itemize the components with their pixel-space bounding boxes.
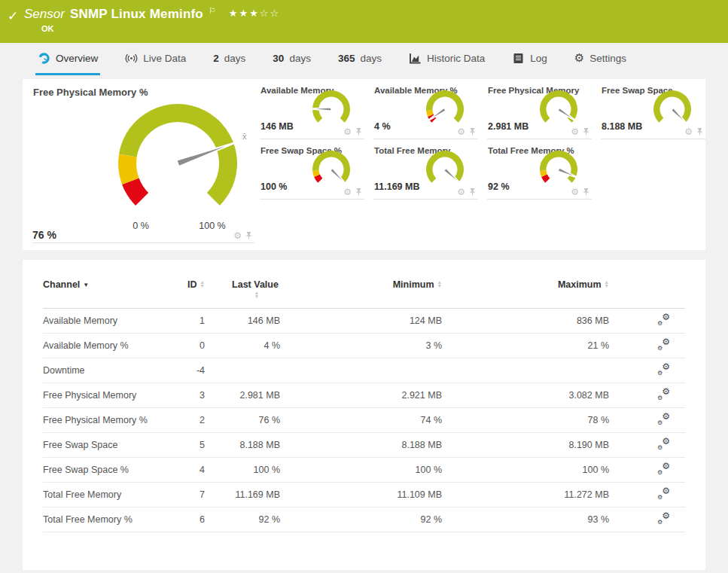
gear-icon[interactable]: ⚙ <box>233 231 242 240</box>
gauge-cell-icons: ⚙ <box>457 127 477 136</box>
tab-historic-data[interactable]: Historic Data <box>407 43 487 75</box>
sort-icon: ▲▼ <box>437 280 442 288</box>
gauge-needle <box>308 108 331 111</box>
tab-label: days <box>224 53 246 64</box>
gauge-cell-main: Free Physical Memory % 0 %100 %x̄ 76 % ⚙ <box>23 79 257 250</box>
gauge-cell-icons: ⚙ <box>343 187 363 197</box>
status-ok-check-icon: ✓ <box>8 8 18 23</box>
tab-2-days[interactable]: 2days <box>211 43 248 75</box>
sensor-kind-label: Sensor <box>24 7 65 22</box>
tab-365-days[interactable]: 365days <box>336 43 384 75</box>
gear-icon[interactable]: ⚙ <box>684 127 693 136</box>
channel-name: Free Swap Space % <box>43 458 167 483</box>
channel-last-value: 4 % <box>205 334 280 358</box>
column-header-id[interactable]: ID▲▼ <box>167 279 205 309</box>
gear-icon[interactable]: ⚙ <box>571 127 579 136</box>
gauge-zone-green <box>312 90 350 123</box>
gear-icon: ⚙ <box>657 419 663 426</box>
channel-minimum: 124 MB <box>280 309 442 334</box>
channel-maximum: 836 MB <box>442 309 609 334</box>
pin-icon[interactable] <box>245 231 253 240</box>
stars-empty[interactable]: ☆☆ <box>260 8 280 19</box>
gauge-cell-available-memory: Available Memory %4 %⚙ <box>373 79 478 139</box>
table-row-free-physical-memory: Free Physical Memory32.981 MB2.921 MB3.0… <box>43 383 685 408</box>
tab-label: Settings <box>589 53 626 64</box>
gauge-value: 92 % <box>488 181 510 192</box>
column-header-minimum[interactable]: Minimum▲▼ <box>280 279 442 309</box>
gauge-zone-green <box>653 90 691 123</box>
table-row-free-swap-space: Free Swap Space58.188 MB8.188 MB8.190 MB… <box>43 433 685 458</box>
column-header-maximum[interactable]: Maximum▲▼ <box>442 279 609 309</box>
channel-maximum: 3.082 MB <box>442 383 609 408</box>
channel-settings-gears-icon[interactable]: ⚙⚙ <box>657 513 670 524</box>
channel-settings-gears-icon[interactable]: ⚙⚙ <box>657 438 670 450</box>
gauge-cell-available-memory: Available Memory146 MB⚙ <box>260 79 364 139</box>
pin-icon[interactable] <box>355 127 363 136</box>
channel-name: Total Free Memory % <box>43 507 167 532</box>
gauge-value: 100 % <box>260 181 287 192</box>
pin-icon[interactable] <box>696 127 704 136</box>
channel-settings-gears-icon[interactable]: ⚙⚙ <box>657 364 670 375</box>
gear-icon[interactable]: ⚙ <box>343 127 352 136</box>
channel-name: Free Physical Memory % <box>43 408 167 433</box>
tab-overview[interactable]: Overview <box>35 43 100 75</box>
tab-30-days[interactable]: 30days <box>270 43 313 75</box>
gauge-chart <box>307 148 355 192</box>
channel-maximum: 8.190 MB <box>442 433 609 458</box>
priority-stars[interactable]: ★★★☆☆ <box>229 8 280 19</box>
channel-settings-gears-icon[interactable]: ⚙⚙ <box>657 389 670 400</box>
gear-icon[interactable]: ⚙ <box>457 187 465 197</box>
channel-settings-gears-icon[interactable]: ⚙⚙ <box>657 488 670 499</box>
gauge-value: 2.981 MB <box>488 121 528 132</box>
gauge-cell-icons: ⚙ <box>457 187 477 197</box>
channel-id: 3 <box>167 383 205 408</box>
gear-icon[interactable]: ⚙ <box>571 187 579 197</box>
pin-icon[interactable] <box>468 127 477 136</box>
gear-icon: ⚙ <box>662 386 670 397</box>
channel-settings-gears-icon[interactable]: ⚙⚙ <box>657 463 670 474</box>
tab-label-number: 365 <box>338 53 355 64</box>
stars-filled[interactable]: ★★★ <box>229 8 260 19</box>
channel-settings-cell: ⚙⚙ <box>609 458 685 483</box>
channel-settings-cell: ⚙⚙ <box>609 309 685 334</box>
column-header-label: ID <box>187 279 197 290</box>
tab-label: days <box>289 53 311 64</box>
channel-settings-cell: ⚙⚙ <box>609 408 685 433</box>
channel-settings-gears-icon[interactable]: ⚙⚙ <box>657 413 670 425</box>
gauge-cell-icons: ⚙ <box>571 127 590 136</box>
gauge-value: 146 MB <box>260 121 294 132</box>
gear-icon: ⚙ <box>662 411 670 422</box>
channel-settings-gears-icon[interactable]: ⚙⚙ <box>657 339 670 350</box>
gear-icon[interactable]: ⚙ <box>343 187 352 197</box>
column-header-last-value[interactable]: Last Value▲▼ <box>205 279 280 309</box>
pin-icon[interactable] <box>582 127 590 136</box>
table-row-total-free-memory: Total Free Memory %692 %92 %93 %⚙⚙ <box>43 507 685 532</box>
gauge-cell-icons: ⚙ <box>684 127 704 136</box>
chart-icon <box>409 52 422 65</box>
channel-id: 6 <box>167 507 205 532</box>
tab-log[interactable]: Log <box>510 43 550 75</box>
gear-icon: ⚙ <box>657 395 663 401</box>
pin-icon[interactable] <box>468 187 477 197</box>
channel-name: Available Memory % <box>43 334 167 358</box>
channel-id: 4 <box>167 458 205 483</box>
gear-icon: ⚙ <box>662 312 670 322</box>
gear-icon: ⚙ <box>657 494 663 501</box>
gauge-chart <box>421 88 469 132</box>
tab-settings[interactable]: ⚙Settings <box>572 43 629 75</box>
channel-settings-gears-icon[interactable]: ⚙⚙ <box>657 314 670 325</box>
column-header-settings <box>609 279 685 309</box>
channels-panel: Channel▼ ID▲▼ Last Value▲▼ Minimum▲▼ Max… <box>23 260 705 570</box>
small-gauges-grid: Available Memory146 MB⚙Available Memory … <box>257 79 705 250</box>
gear-icon[interactable]: ⚙ <box>457 127 465 136</box>
tab-live-data[interactable]: Live Data <box>123 43 188 75</box>
pin-icon[interactable] <box>582 187 590 197</box>
channel-maximum: 100 % <box>442 458 609 483</box>
column-header-channel[interactable]: Channel▼ <box>43 279 167 309</box>
channel-settings-cell: ⚙⚙ <box>609 334 685 358</box>
pin-icon[interactable] <box>355 187 363 197</box>
flag-icon[interactable]: ⚐ <box>209 6 216 16</box>
channel-minimum: 11.109 MB <box>280 483 442 507</box>
gauge-cell-free-swap-space: Free Swap Space8.188 MB⚙ <box>601 79 705 139</box>
gauge-value: 8.188 MB <box>602 121 642 132</box>
